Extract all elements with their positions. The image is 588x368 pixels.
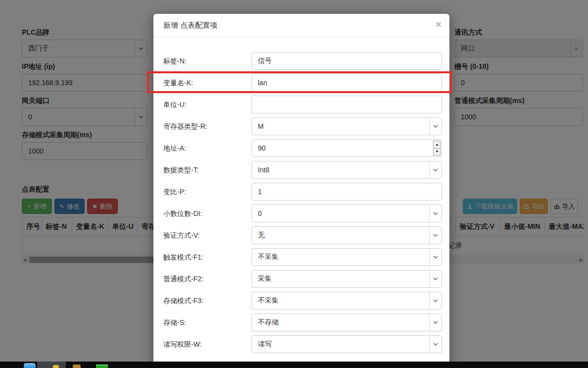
register-type-select[interactable]: M <box>251 117 442 135</box>
chevron-down-icon <box>429 292 441 309</box>
field-label-normal-mode: 普通模式-F2: <box>163 275 203 284</box>
taskbar-app-icon-blue[interactable] <box>24 363 36 368</box>
stepper-up-icon[interactable] <box>433 141 441 148</box>
rw-permission-select[interactable]: 读写 <box>251 335 442 353</box>
storage-mode-select[interactable]: 不采集 <box>251 292 442 310</box>
validate-mode-value: 无 <box>252 231 265 240</box>
chevron-down-icon <box>429 227 441 244</box>
red-highlight-annotation <box>147 71 452 93</box>
address-field-wrap <box>251 139 442 157</box>
trigger-mode-value: 不采集 <box>252 253 279 262</box>
ratio-field-wrap <box>251 183 442 201</box>
chevron-down-icon <box>429 314 441 331</box>
screen: PLC品牌 西门子 IP地址 (ip) 网关端口 0 存储模式采集周期(ms) … <box>0 0 588 368</box>
storage-select[interactable]: 不存储 <box>251 314 442 331</box>
field-label-unit: 单位-U: <box>163 101 187 109</box>
decimals-value: 0 <box>252 210 262 217</box>
modal-title: 新增 点表配置项 <box>163 21 217 30</box>
validate-mode-select[interactable]: 无 <box>251 226 442 244</box>
field-label-tag: 标签-N: <box>163 57 187 66</box>
normal-mode-select[interactable]: 采集 <box>251 270 442 288</box>
taskbar-app-icon-orange[interactable] <box>73 365 81 368</box>
taskbar-app-icon-green[interactable] <box>96 365 108 368</box>
field-label-rw-permission: 读写权限-W: <box>163 340 202 349</box>
chevron-down-icon <box>429 161 441 178</box>
field-label-storage-mode: 存储模式-F3: <box>163 297 203 306</box>
normal-mode-value: 采集 <box>252 274 272 283</box>
storage-mode-value: 不采集 <box>252 296 279 305</box>
number-stepper[interactable] <box>433 141 441 156</box>
field-label-address: 地址-A: <box>163 144 186 153</box>
chevron-down-icon <box>429 336 441 353</box>
stepper-down-icon[interactable] <box>433 148 441 156</box>
taskbar-app-icon-yellow[interactable] <box>53 365 59 368</box>
register-type-value: M <box>252 122 264 130</box>
taskbar <box>0 362 588 368</box>
add-point-config-modal: 新增 点表配置项 × 标签-N: 变量名-K: 单位-U: 寄存器类型-R: M… <box>153 14 449 367</box>
data-type-select[interactable]: Int8 <box>251 161 442 179</box>
ratio-input[interactable] <box>252 183 441 200</box>
field-label-ratio: 变比-P: <box>163 188 186 197</box>
chevron-down-icon <box>429 270 441 287</box>
trigger-mode-select[interactable]: 不采集 <box>251 248 442 266</box>
decimals-select[interactable]: 0 <box>251 205 442 222</box>
unit-field-wrap <box>251 96 442 113</box>
chevron-down-icon <box>429 249 441 265</box>
field-label-trigger-mode: 触发模式-F1: <box>163 253 203 262</box>
field-label-register-type: 寄存器类型-R: <box>163 122 207 131</box>
close-icon[interactable]: × <box>436 19 441 29</box>
tag-input[interactable] <box>252 53 441 69</box>
rw-permission-value: 读写 <box>252 340 272 349</box>
storage-value: 不存储 <box>252 318 279 327</box>
tag-field-wrap <box>251 52 442 70</box>
field-label-data-type: 数据类型-T: <box>163 166 199 175</box>
chevron-down-icon <box>429 118 441 135</box>
taskbar-active-slot[interactable] <box>37 362 66 368</box>
field-label-decimals: 小数位数-DI: <box>163 210 202 218</box>
chevron-down-icon <box>429 205 441 222</box>
field-label-validate-mode: 验证方式-V: <box>163 231 199 240</box>
modal-header: 新增 点表配置项 × <box>153 14 449 37</box>
address-number-input[interactable] <box>252 140 441 157</box>
data-type-value: Int8 <box>252 166 269 174</box>
field-label-storage: 存储-S: <box>163 318 186 327</box>
unit-input[interactable] <box>252 96 441 113</box>
